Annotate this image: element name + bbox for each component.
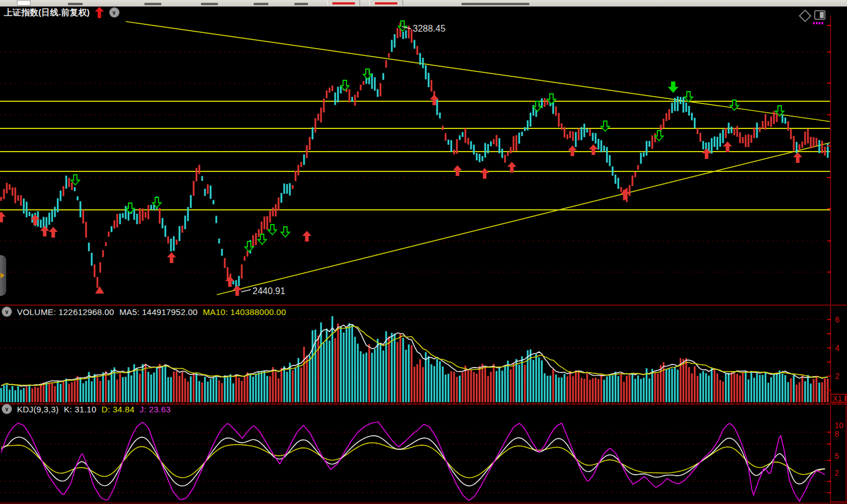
buy-signal-arrows xyxy=(0,94,802,296)
toolbar-logo-fragment xyxy=(17,0,31,6)
toolbar-menu-fragment xyxy=(461,3,529,5)
kdj-d-label: D: 34.84 xyxy=(101,404,134,414)
collapse-chevron-icon[interactable]: ∨ xyxy=(2,307,12,317)
kdj-k-label: K: 31.10 xyxy=(64,404,96,414)
collapse-chevron-icon[interactable]: ∨ xyxy=(109,7,119,18)
svg-text:2440.91: 2440.91 xyxy=(253,286,285,296)
svg-text:2: 2 xyxy=(835,468,839,477)
toolbar-menu-fragment xyxy=(254,3,268,5)
toolbar-red-button[interactable] xyxy=(369,0,403,6)
red-up-arrow-icon xyxy=(95,7,104,18)
toolbar-menu-fragment xyxy=(144,3,161,5)
chart-canvas[interactable]: 3288.452440.91642X110852 xyxy=(0,0,847,504)
diamond-marker-icon[interactable] xyxy=(799,10,812,23)
main-right-axis xyxy=(827,16,831,304)
svg-text:5: 5 xyxy=(835,451,839,460)
price-annotations: 3288.452440.91 xyxy=(241,24,446,296)
svg-text:8: 8 xyxy=(835,429,839,438)
kdj-right-axis: 10852 xyxy=(827,404,846,502)
kdj-j-label: J: 23.63 xyxy=(140,404,171,414)
main-trendlines xyxy=(126,21,831,295)
main-gridlines xyxy=(0,52,831,272)
svg-text:X1: X1 xyxy=(833,394,842,403)
svg-text:10: 10 xyxy=(835,421,844,430)
volume-value-label: VOLUME: 122612968.00 xyxy=(17,307,114,317)
volume-ma5-label: MA5: 144917952.00 xyxy=(119,307,198,317)
sell-signal-arrows xyxy=(71,21,784,252)
svg-text:2: 2 xyxy=(835,372,840,381)
volume-bars-layer xyxy=(1,316,829,402)
volume-right-axis: 642X1 xyxy=(827,306,847,403)
kdj-name-label: KDJ(9,3,3) xyxy=(17,404,59,414)
svg-text:3288.45: 3288.45 xyxy=(413,24,446,33)
pane-separator[interactable] xyxy=(0,304,847,306)
main-chart-title: 上证指数(日线.前复权) xyxy=(4,7,90,18)
toolbar-menu-fragment xyxy=(68,3,83,5)
bottom-triangle-marker xyxy=(95,286,104,294)
side-drawer-handle[interactable] xyxy=(0,255,6,296)
drawer-arrow-icon xyxy=(1,273,5,278)
trading-app-window: 3288.452440.91642X110852 上证指数(日线.前复权) ∨ … xyxy=(0,0,847,504)
volume-ma10-label: MA10: 140388000.00 xyxy=(203,307,286,317)
svg-text:4: 4 xyxy=(835,343,840,352)
toolbar-red-button[interactable] xyxy=(327,0,360,6)
collapse-chevron-icon[interactable]: ∨ xyxy=(2,404,12,414)
split-panel-icon[interactable] xyxy=(814,10,825,20)
toolbar-menu-fragment xyxy=(294,3,308,5)
magenta-dots-indicator xyxy=(813,22,823,24)
svg-text:6: 6 xyxy=(835,315,840,324)
toolbar-menu-fragment xyxy=(201,3,218,5)
top-toolbar-clipped[interactable] xyxy=(0,0,847,7)
